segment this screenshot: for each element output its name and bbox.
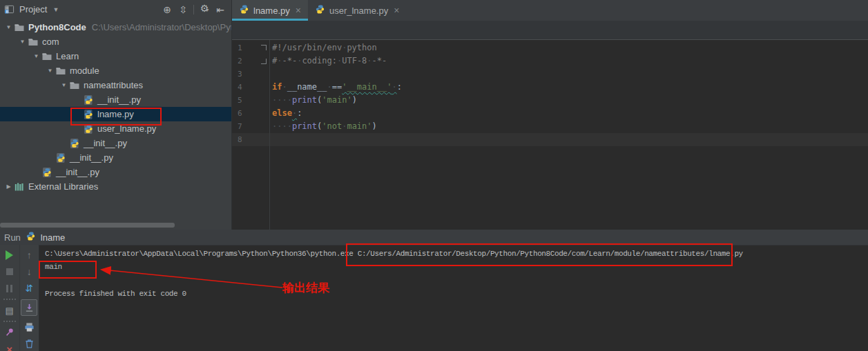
clear-all-button[interactable] bbox=[23, 338, 35, 349]
code-line-6: else·: bbox=[270, 107, 868, 120]
pin-icon bbox=[5, 328, 15, 337]
python-file-icon bbox=[315, 4, 325, 17]
fold-marker-icon[interactable] bbox=[261, 59, 267, 64]
tree-item-com[interactable]: ▼com bbox=[0, 34, 231, 49]
tree-item-label: Python8Code bbox=[28, 22, 86, 32]
python-file-icon bbox=[55, 152, 66, 163]
tree-item-init-py[interactable]: __init__.py bbox=[0, 92, 231, 107]
tab-lname-py[interactable]: lname.py × bbox=[232, 0, 308, 21]
line-number-5: 5 bbox=[232, 94, 269, 107]
play-icon bbox=[6, 250, 13, 260]
restart-button[interactable]: ⇵ bbox=[23, 283, 35, 294]
expand-arrow-open-icon[interactable]: ▼ bbox=[3, 24, 14, 30]
close-button[interactable]: × bbox=[3, 343, 16, 351]
tree-item-init-py[interactable]: __init__.py bbox=[0, 136, 231, 150]
console-layout-button[interactable]: ▤ bbox=[3, 305, 16, 316]
tree-item-nameattributes[interactable]: ▼nameattributes bbox=[0, 78, 231, 92]
editor-top-strip bbox=[232, 21, 868, 40]
line-number-1: 1 bbox=[232, 41, 269, 54]
code-editor[interactable]: 12345678 #!/usr/bin/env·python#·-*-·codi… bbox=[232, 40, 868, 230]
tree-item-init-py[interactable]: __init__.py bbox=[0, 150, 231, 165]
run-panel-title: Run bbox=[4, 232, 21, 243]
rerun-button[interactable] bbox=[3, 250, 16, 261]
python-file-icon bbox=[41, 167, 52, 178]
code-line-7: ····print('not·main') bbox=[270, 120, 868, 133]
up-stacktrace-button[interactable]: ↑ bbox=[23, 250, 35, 261]
expand-arrow-open-icon[interactable]: ▼ bbox=[17, 39, 28, 45]
hide-panel-icon[interactable]: ⇤ bbox=[215, 4, 226, 15]
line-number-4: 4 bbox=[232, 81, 269, 94]
folder-icon bbox=[69, 80, 80, 91]
svg-text:B: B bbox=[6, 10, 8, 14]
scroll-to-end-icon bbox=[25, 303, 34, 312]
tree-item-python8code[interactable]: ▼Python8CodeC:\Users\Administrator\Deskt… bbox=[0, 20, 231, 34]
tree-item-path: C:\Users\Administrator\Desktop\Pyt bbox=[92, 22, 231, 32]
python-icon bbox=[26, 231, 36, 243]
print-button[interactable] bbox=[23, 321, 35, 332]
folder-icon bbox=[41, 51, 52, 62]
line-number-8: 8 bbox=[232, 133, 269, 146]
code-line-5: ····print('main') bbox=[270, 94, 868, 107]
pycharm-window: B Project ▼ ⊕ ⇳ ⚙▾ ⇤ ▼Python8CodeC:\User… bbox=[0, 0, 868, 351]
expand-arrow-open-icon[interactable]: ▼ bbox=[45, 68, 55, 74]
editor-gutter: 12345678 bbox=[232, 41, 269, 146]
console-script-path: C:/Users/Administrator/Desktop/Python/Py… bbox=[358, 250, 743, 258]
code-line-8 bbox=[270, 133, 868, 146]
tree-item-lname-py[interactable]: lname.py bbox=[0, 107, 231, 121]
down-stacktrace-button[interactable]: ↓ bbox=[23, 266, 35, 277]
code-line-2: #·-*-·coding:·UTF-8·-*- bbox=[270, 54, 868, 68]
fold-marker-icon[interactable] bbox=[261, 45, 267, 50]
tree-item-learn[interactable]: ▼Learn bbox=[0, 49, 231, 63]
scroll-to-end-button[interactable] bbox=[21, 299, 37, 316]
project-tool-window-icon: B bbox=[4, 4, 15, 14]
python-file-icon bbox=[69, 138, 80, 149]
pin-tab-button[interactable] bbox=[3, 327, 16, 338]
toolbar-separator bbox=[3, 299, 16, 300]
settings-gear-icon[interactable]: ⚙▾ bbox=[199, 3, 210, 16]
expand-arrow-open-icon[interactable]: ▼ bbox=[59, 82, 69, 88]
folder-icon bbox=[14, 22, 25, 33]
tab-user-lname-py[interactable]: user_lname.py × bbox=[308, 0, 406, 21]
python-file-icon bbox=[239, 4, 249, 17]
tree-item-label: Learn bbox=[56, 51, 79, 61]
tree-item-user-lname-py[interactable]: user_lname.py bbox=[0, 121, 231, 136]
tree-item-module[interactable]: ▼module bbox=[0, 63, 231, 78]
line-number-3: 3 bbox=[232, 68, 269, 81]
project-view-dropdown[interactable]: Project ▼ bbox=[19, 4, 59, 14]
locate-icon[interactable]: ⊕ bbox=[162, 4, 173, 15]
printer-icon bbox=[24, 322, 35, 332]
stop-icon bbox=[6, 268, 13, 275]
library-icon bbox=[14, 181, 25, 192]
trash-icon bbox=[25, 339, 34, 348]
pause-output-button[interactable] bbox=[3, 283, 16, 294]
tree-item-label: __init__.py bbox=[97, 94, 141, 105]
project-panel-header: B Project ▼ ⊕ ⇳ ⚙▾ ⇤ bbox=[0, 0, 231, 19]
tree-item-label: __init__.py bbox=[70, 152, 113, 163]
expand-arrow-open-icon[interactable]: ▼ bbox=[31, 53, 41, 59]
console-command-line: C:\Users\Administrator\AppData\Local\Pro… bbox=[45, 248, 743, 259]
horizontal-scrollbar-thumb[interactable] bbox=[0, 223, 175, 228]
tree-item-label: External Libraries bbox=[28, 181, 98, 192]
expand-arrow-closed-icon[interactable]: ▶ bbox=[3, 183, 14, 190]
folder-icon bbox=[55, 66, 66, 77]
tab-label: user_lname.py bbox=[329, 6, 388, 16]
project-panel-title: Project bbox=[19, 4, 47, 14]
tree-item-external-libraries[interactable]: ▶External Libraries bbox=[0, 179, 231, 194]
console-status-line: Process finished with exit code 0 bbox=[45, 288, 186, 299]
close-icon[interactable]: × bbox=[296, 5, 301, 16]
project-tree: ▼Python8CodeC:\Users\Administrator\Deskt… bbox=[0, 20, 231, 194]
run-toolbar-console-column: ↑ ↓ ⇵ bbox=[20, 245, 39, 351]
code-line-3 bbox=[270, 68, 868, 81]
close-icon[interactable]: × bbox=[394, 5, 399, 16]
tree-item-init-py[interactable]: __init__.py bbox=[0, 165, 231, 179]
folder-icon bbox=[28, 37, 39, 48]
project-tool-window: B Project ▼ ⊕ ⇳ ⚙▾ ⇤ ▼Python8CodeC:\User… bbox=[0, 0, 232, 230]
run-toolbar-left-column: ▤ × bbox=[0, 245, 20, 351]
stop-button[interactable] bbox=[3, 266, 16, 277]
run-tool-window: Run lname ▤ × ↑ ↓ ⇵ bbox=[0, 230, 868, 351]
tree-item-label: __init__.py bbox=[56, 167, 99, 177]
code-area: #!/usr/bin/env·python#·-*-·coding:·UTF-8… bbox=[270, 41, 868, 146]
tree-item-label: __init__.py bbox=[84, 138, 127, 148]
console-output-value: main bbox=[45, 261, 62, 272]
collapse-all-icon[interactable]: ⇳ bbox=[177, 4, 189, 15]
